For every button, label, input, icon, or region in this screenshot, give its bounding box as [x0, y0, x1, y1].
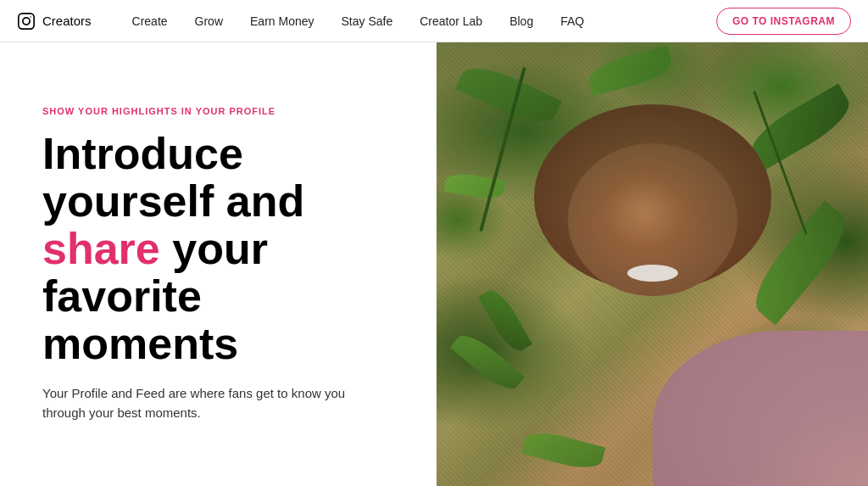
brand-link[interactable]: Creators [17, 12, 92, 31]
headline-highlight: share [42, 224, 160, 273]
goto-instagram-button[interactable]: GO TO INSTAGRAM [716, 8, 851, 35]
nav-item-blog[interactable]: Blog [496, 14, 547, 29]
navbar: Creators Create Grow Earn Money Stay Saf… [0, 0, 868, 42]
left-panel: SHOW YOUR HIGHLIGHTS IN YOUR PROFILE Int… [0, 42, 437, 486]
photo-overlay [437, 42, 868, 486]
svg-point-2 [30, 16, 31, 17]
brand-name: Creators [42, 14, 92, 28]
hero-image-panel [437, 42, 868, 486]
nav-item-create[interactable]: Create [119, 14, 181, 29]
nav-item-stay-safe[interactable]: Stay Safe [328, 14, 407, 29]
svg-rect-0 [19, 13, 34, 28]
main-content: SHOW YOUR HIGHLIGHTS IN YOUR PROFILE Int… [0, 42, 868, 486]
hero-subtext: Your Profile and Feed are where fans get… [42, 384, 364, 422]
nav-item-grow[interactable]: Grow [181, 14, 236, 29]
hero-image [437, 42, 868, 486]
svg-point-1 [23, 17, 30, 24]
eyebrow-text: SHOW YOUR HIGHLIGHTS IN YOUR PROFILE [42, 106, 394, 116]
hero-headline: Introduce yourself and share your favori… [42, 130, 394, 368]
nav-links: Create Grow Earn Money Stay Safe Creator… [119, 14, 716, 29]
instagram-icon [17, 12, 36, 31]
headline-part1: Introduce yourself and [42, 129, 304, 226]
nav-item-earn-money[interactable]: Earn Money [236, 14, 327, 29]
nav-cta-area: GO TO INSTAGRAM [716, 8, 851, 35]
nav-item-creator-lab[interactable]: Creator Lab [406, 14, 496, 29]
nav-item-faq[interactable]: FAQ [547, 14, 598, 29]
